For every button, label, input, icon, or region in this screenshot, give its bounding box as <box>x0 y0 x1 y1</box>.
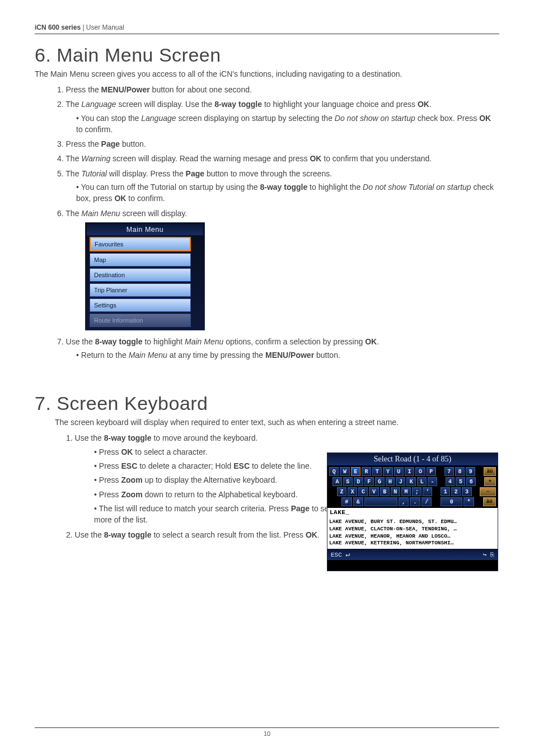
page-footer: 10 <box>35 727 499 737</box>
header-series: iCN 600 series <box>35 24 81 31</box>
key-x: X <box>348 487 357 496</box>
key-comma: , <box>399 497 409 506</box>
key-1: 1 <box>441 487 450 496</box>
section7-intro: The screen keyboard will display when re… <box>35 418 499 427</box>
key-7: 7 <box>444 467 454 476</box>
step-3: 3. Press the Page button. <box>57 138 499 150</box>
step-2: 2. The Language screen will display. Use… <box>57 99 499 135</box>
key-f: F <box>364 477 374 486</box>
mm-item-favourites: Favourites <box>90 237 191 251</box>
key-space <box>364 497 397 506</box>
key-minus: – <box>480 487 496 496</box>
key-m: M <box>401 487 411 496</box>
key-6: 6 <box>466 477 476 486</box>
key-h: H <box>386 477 395 486</box>
enter-icon: ↵ <box>345 550 350 559</box>
key-plus: + <box>484 477 496 486</box>
mm-item-destination: Destination <box>90 268 191 282</box>
kb-result-3: LAKE AVENUE, HEANOR, HEANOR AND LOSCO… <box>329 533 496 540</box>
key-g: G <box>375 477 385 486</box>
kb-keys: Q W E R T Y U I O P 7 8 9 äü A S D <box>327 465 498 508</box>
section6-title: 6. Main Menu Screen <box>35 44 499 66</box>
key-dot: . <box>410 497 420 506</box>
page-header: iCN 600 series | User Manual <box>35 24 499 34</box>
s7-step1d: Press Zoom down to return to the Alphabe… <box>94 489 352 500</box>
key-a: A <box>332 477 342 486</box>
s7-step1b: Press ESC to delete a character; Hold ES… <box>94 460 352 472</box>
keyboard-screenshot: Select Road (1 - 4 of 85) Q W E R T Y U … <box>327 452 498 571</box>
key-8: 8 <box>455 467 465 476</box>
kb-esc-label: ESC <box>331 552 342 558</box>
kb-input-field: LAKE_ <box>327 508 498 517</box>
key-n: N <box>391 487 400 496</box>
key-z: Z <box>337 487 346 496</box>
key-3: 3 <box>462 487 471 496</box>
mm-item-map: Map <box>90 253 191 267</box>
key-apos: ' <box>423 487 432 496</box>
step-2-sub: You can stop the Language screen display… <box>76 113 499 136</box>
key-v: V <box>369 487 378 496</box>
key-j: J <box>396 477 405 486</box>
step-1: 1. Press the MENU/Power button for about… <box>57 84 499 95</box>
header-divider: | <box>81 24 86 31</box>
step-5: 5. The Tutorial will display. Press the … <box>57 168 499 204</box>
key-hash: # <box>341 497 352 506</box>
key-alt-up: äü <box>484 467 496 476</box>
key-p: P <box>427 467 436 476</box>
key-b: B <box>380 487 390 496</box>
key-l: L <box>417 477 427 486</box>
step-5-sub: You can turn off the Tutorial on startup… <box>76 181 499 204</box>
key-0: 0 <box>441 497 462 506</box>
key-t: T <box>372 467 382 476</box>
key-q: Q <box>329 467 339 476</box>
s7-step2: 2. Use the 8-way toggle to select a sear… <box>66 529 352 540</box>
key-o: O <box>415 467 425 476</box>
key-d: D <box>354 477 363 486</box>
key-w: W <box>340 467 349 476</box>
key-star: * <box>463 497 474 506</box>
key-5: 5 <box>456 477 465 486</box>
kb-result-4: LAKE AVENUE, KETTERING, NORTHAMPTONSHI… <box>329 540 496 547</box>
key-dash: - <box>428 477 437 486</box>
mm-item-settings: Settings <box>90 298 191 312</box>
page-number: 10 <box>264 730 270 737</box>
key-e: E <box>351 467 360 476</box>
header-doc: User Manual <box>86 24 124 31</box>
key-y: Y <box>383 467 392 476</box>
key-s: S <box>343 477 353 486</box>
step-7: 7. Use the 8-way toggle to highlight Mai… <box>57 336 499 361</box>
key-alt-down: äü <box>483 497 496 506</box>
kb-title: Select Road (1 - 4 of 85) <box>327 453 498 465</box>
key-r: R <box>362 467 371 476</box>
section7-steps: 1. Use the 8-way toggle to move around t… <box>35 432 352 540</box>
mm-item-trip-planner: Trip Planner <box>90 283 191 297</box>
key-slash: / <box>421 497 432 506</box>
key-9: 9 <box>466 467 475 476</box>
step-4: 4. The Warning screen will display. Read… <box>57 153 499 164</box>
key-k: K <box>406 477 416 486</box>
key-4: 4 <box>446 477 455 486</box>
kb-result-2: LAKE AVENUE, CLACTON-ON-SEA, TENDRING, … <box>329 526 496 533</box>
section7-title: 7. Screen Keyboard <box>35 393 499 414</box>
key-semi: ; <box>412 487 421 496</box>
s7-step1a: Press OK to select a character. <box>94 446 352 458</box>
kb-results: LAKE AVENUE, BURY ST. EDMUNDS, ST. EDMU…… <box>327 517 498 549</box>
section6-steps-cont: 7. Use the 8-way toggle to highlight Mai… <box>35 336 499 361</box>
kb-result-1: LAKE AVENUE, BURY ST. EDMUNDS, ST. EDMU… <box>329 519 496 526</box>
section6-intro: The Main Menu screen gives you access to… <box>35 69 499 78</box>
main-menu-screenshot: Main Menu Favourites Map Destination Tri… <box>85 222 205 330</box>
key-i: I <box>405 467 414 476</box>
section6-steps: 1. Press the MENU/Power button for about… <box>35 84 499 219</box>
s7-step1: 1. Use the 8-way toggle to move around t… <box>66 432 352 526</box>
page-icon: ⎘ <box>490 552 494 558</box>
kb-footer: ESC ↵ ↪ ⎘ <box>327 549 498 560</box>
step-6: 6. The Main Menu screen will display. <box>57 208 499 219</box>
key-u: U <box>394 467 404 476</box>
s7-step1c: Press Zoom up to display the Alternative… <box>94 474 352 486</box>
key-amp: & <box>353 497 364 506</box>
key-2: 2 <box>451 487 461 496</box>
key-c: C <box>358 487 368 496</box>
step-7-sub: Return to the Main Menu at any time by p… <box>76 349 499 361</box>
mm-title: Main Menu <box>87 224 203 235</box>
mm-item-route-info: Route Information <box>90 314 191 327</box>
